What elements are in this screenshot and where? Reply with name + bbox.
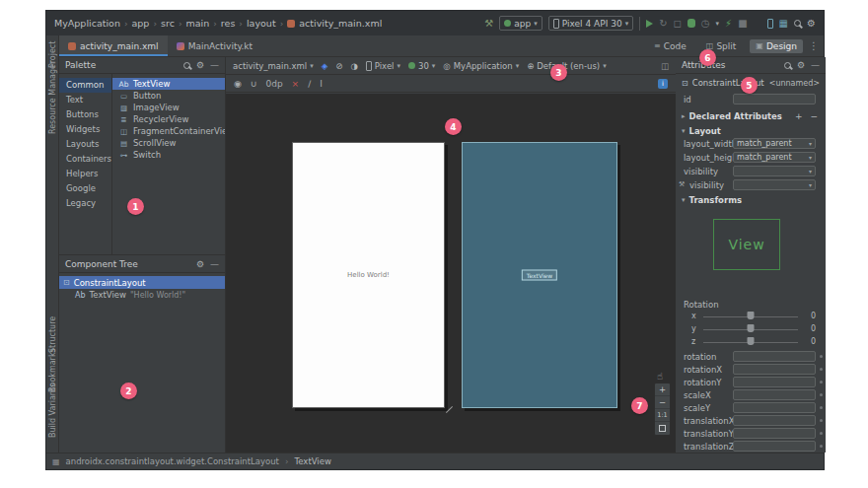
issues-icon[interactable]: i bbox=[658, 79, 668, 89]
breadcrumb-item[interactable]: layout bbox=[247, 18, 276, 29]
field-indicator[interactable] bbox=[820, 432, 823, 435]
layout-width-select[interactable]: match_parent ▾ bbox=[733, 138, 816, 149]
device-select[interactable]: Pixel 4 API 30 ▾ bbox=[548, 16, 633, 31]
palette-category-layouts[interactable]: Layouts bbox=[59, 137, 111, 152]
zoom-in-button[interactable]: + bbox=[655, 383, 670, 396]
view-options-eye-icon[interactable]: ◉ bbox=[234, 79, 242, 89]
autoconnect-magnet-icon[interactable]: ∪ bbox=[251, 79, 257, 89]
declared-attributes-section[interactable]: ▸ Declared Attributes + − bbox=[676, 109, 826, 122]
logcat-icon[interactable]: ▦ bbox=[779, 19, 788, 29]
breadcrumb-item-current[interactable]: activity_main.xml bbox=[299, 18, 382, 29]
palette-item-fragmentcontainerview[interactable]: ◫ FragmentContainerView bbox=[112, 125, 225, 137]
breadcrumb-item[interactable]: res bbox=[221, 18, 236, 29]
gear-icon[interactable]: ⚙ bbox=[196, 60, 204, 70]
blueprint-textview[interactable]: TextView bbox=[522, 270, 557, 281]
design-surface-phone[interactable]: Hello World! bbox=[292, 142, 445, 408]
search-icon[interactable] bbox=[183, 62, 190, 69]
status-breadcrumb-current[interactable]: TextView bbox=[295, 456, 331, 466]
run-button[interactable] bbox=[646, 20, 653, 28]
add-attribute-button[interactable]: + bbox=[795, 111, 803, 121]
search-icon[interactable] bbox=[784, 62, 791, 69]
code-view-button[interactable]: ≡ Code bbox=[648, 39, 692, 53]
apply-changes-icon[interactable]: ↻ bbox=[659, 19, 667, 29]
field-indicator[interactable] bbox=[820, 406, 823, 409]
id-input[interactable] bbox=[733, 94, 816, 105]
attach-debugger-icon[interactable]: ⚡ bbox=[725, 19, 732, 29]
layout-section[interactable]: ▾ Layout bbox=[676, 124, 826, 137]
gear-icon[interactable]: ⚙ bbox=[196, 259, 204, 269]
more-options-icon[interactable]: ⋮ bbox=[809, 40, 824, 51]
palette-item-recyclerview[interactable]: ≣ RecyclerView bbox=[112, 113, 225, 125]
breadcrumb-item[interactable]: main bbox=[186, 18, 210, 29]
palette-item-switch[interactable]: ⊶ Switch bbox=[112, 149, 225, 161]
api-version-select[interactable]: 30 ▾ bbox=[408, 61, 435, 71]
minimize-icon[interactable]: — bbox=[210, 60, 219, 70]
sidebar-item-build-variants[interactable]: Build Variants bbox=[48, 383, 57, 438]
theme-select[interactable]: ◎ MyApplication ▾ bbox=[443, 61, 519, 71]
design-surface-icon[interactable]: ◈ bbox=[322, 61, 328, 71]
default-margins-select[interactable]: 0dp bbox=[265, 79, 282, 89]
rotation-y-slider[interactable] bbox=[748, 324, 755, 332]
translationx-input[interactable] bbox=[733, 415, 816, 426]
design-view-button[interactable]: ▣ Design bbox=[750, 39, 803, 53]
minimize-icon[interactable]: — bbox=[811, 60, 820, 70]
search-icon[interactable] bbox=[794, 20, 801, 27]
tab-activity-main-xml[interactable]: activity_main.xml bbox=[59, 35, 168, 56]
zoom-actual-button[interactable]: 1:1 bbox=[655, 409, 670, 422]
field-indicator[interactable] bbox=[820, 419, 823, 422]
debug-button[interactable] bbox=[687, 19, 695, 28]
canvas-resize-handle[interactable] bbox=[446, 406, 453, 413]
palette-category-helpers[interactable]: Helpers bbox=[59, 167, 111, 181]
scaley-input[interactable] bbox=[733, 402, 816, 413]
coverage-icon[interactable]: ◻ bbox=[674, 19, 682, 29]
remove-attribute-button[interactable]: − bbox=[810, 111, 818, 121]
guideline-icon[interactable]: ∕ bbox=[308, 79, 311, 89]
translationy-input[interactable] bbox=[733, 428, 816, 439]
tool-window-grid-icon[interactable]: ▦ bbox=[52, 457, 60, 466]
palette-category-containers[interactable]: Containers bbox=[59, 152, 111, 167]
rotationx-input[interactable] bbox=[733, 364, 816, 375]
zoom-out-button[interactable]: − bbox=[655, 396, 670, 409]
field-indicator[interactable] bbox=[820, 393, 823, 396]
palette-item-imageview[interactable]: ▨ ImageView bbox=[112, 102, 225, 113]
field-indicator[interactable] bbox=[820, 368, 823, 371]
palette-category-text[interactable]: Text bbox=[59, 93, 111, 107]
transforms-section[interactable]: ▾ Transforms bbox=[676, 193, 826, 206]
palette-category-buttons[interactable]: Buttons bbox=[59, 107, 111, 122]
status-breadcrumb-path[interactable]: androidx.constraintlayout.widget.Constra… bbox=[66, 456, 279, 466]
layout-height-select[interactable]: match_parent ▾ bbox=[733, 152, 816, 163]
hello-world-textview[interactable]: Hello World! bbox=[293, 271, 444, 279]
breadcrumb-item[interactable]: MyApplication bbox=[54, 18, 120, 29]
palette-item-scrollview[interactable]: ▤ ScrollView bbox=[112, 137, 225, 149]
scalex-input[interactable] bbox=[733, 389, 816, 400]
tools-visibility-select[interactable]: ▾ bbox=[733, 179, 816, 190]
palette-category-legacy[interactable]: Legacy bbox=[59, 196, 111, 211]
gear-icon[interactable]: ⚙ bbox=[797, 60, 805, 70]
sidebar-item-resource-manager[interactable]: Resource Manager bbox=[48, 61, 57, 134]
design-canvas[interactable]: Hello World! TextView ☝ + − 1:1 bbox=[226, 94, 676, 453]
minimize-icon[interactable]: — bbox=[210, 259, 219, 269]
tree-row-textview[interactable]: Ab TextView "Hello World!" bbox=[59, 289, 225, 301]
breadcrumb-item[interactable]: app bbox=[132, 18, 150, 29]
run-config-select[interactable]: app ▾ bbox=[499, 16, 542, 31]
build-hammer-icon[interactable]: ⚒ bbox=[484, 19, 493, 29]
palette-item-textview[interactable]: Ab TextView bbox=[112, 78, 225, 90]
field-indicator[interactable] bbox=[820, 381, 823, 383]
rotation-z-slider[interactable] bbox=[748, 337, 755, 345]
tab-main-activity-kt[interactable]: MainActivity.kt bbox=[168, 35, 261, 56]
stop-icon[interactable]: ■ bbox=[738, 19, 747, 29]
settings-gear-icon[interactable]: ⚙ bbox=[807, 19, 816, 29]
clear-constraints-icon[interactable]: × bbox=[292, 79, 300, 89]
rotationy-input[interactable] bbox=[733, 377, 816, 387]
visibility-select[interactable]: ▾ bbox=[733, 166, 816, 176]
orientation-icon[interactable]: ◑ bbox=[350, 61, 357, 71]
device-in-editor-select[interactable]: Pixel ▾ bbox=[366, 61, 400, 71]
blueprint-surface-phone[interactable]: TextView bbox=[462, 142, 617, 408]
chevron-down-icon[interactable]: ▾ bbox=[716, 20, 720, 28]
palette-item-button[interactable]: ▭ Button bbox=[112, 90, 225, 102]
palette-category-google[interactable]: Google bbox=[59, 181, 111, 196]
field-indicator[interactable] bbox=[820, 445, 823, 448]
breadcrumb-item[interactable]: src bbox=[161, 18, 175, 29]
rotation-input[interactable] bbox=[733, 351, 816, 362]
zoom-fit-button[interactable] bbox=[655, 422, 670, 435]
